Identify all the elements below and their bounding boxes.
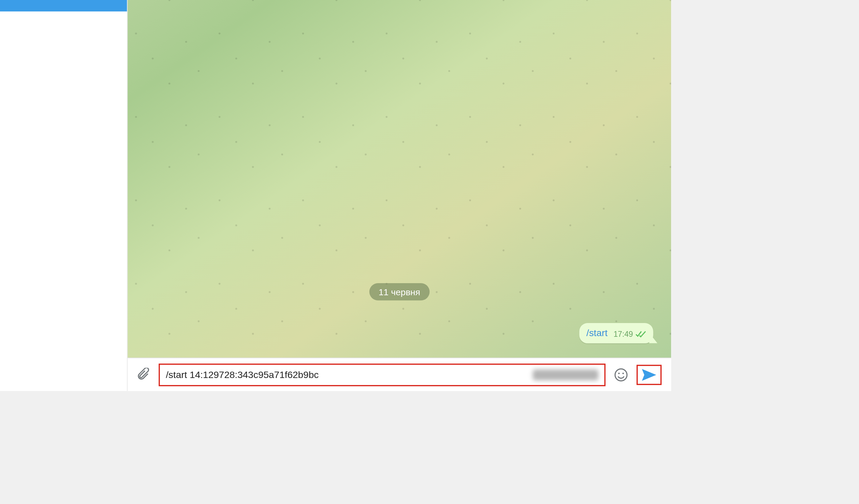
message-bubble-outgoing[interactable]: /start 17:49 — [579, 323, 653, 343]
search-result-item[interactable]: ··· ····· ·····@········· — [0, 220, 127, 262]
chat-panel: ApiX-Drive |Notifications| бот — [127, 0, 671, 391]
emoji-icon[interactable] — [614, 367, 628, 382]
message-time: 17:49 — [613, 330, 633, 339]
search-results-list: APIXDrive ApiX-Drive |Notifications| @ap… — [0, 0, 127, 391]
search-result-item[interactable]: ··· ····· ·····@········· — [0, 11, 127, 53]
svg-point-9 — [618, 372, 620, 374]
message-input[interactable] — [166, 369, 532, 380]
search-result-item[interactable]: ··· ····· ·····@········· — [0, 303, 127, 345]
redacted-text — [533, 369, 599, 380]
send-button[interactable] — [636, 365, 662, 385]
search-result-item[interactable]: ··· ····· ·····@········· — [0, 95, 127, 137]
message-input-highlight — [159, 363, 606, 386]
chat-messages-area[interactable]: 11 червня /start 17:49 — [127, 0, 671, 358]
svg-point-8 — [615, 368, 627, 381]
date-chip: 11 червня — [369, 283, 430, 301]
search-result-item[interactable]: ··· ····· ·····@········· — [0, 53, 127, 95]
search-result-item[interactable]: APIXDrive ApiX-Drive |Notifications| @ap… — [0, 0, 127, 11]
message-text: /start — [586, 328, 607, 338]
svg-point-10 — [622, 372, 624, 374]
chat-background-pattern — [127, 0, 671, 358]
search-result-item[interactable]: ··· ····· ·····@········· — [0, 178, 127, 220]
attach-icon[interactable] — [137, 367, 150, 382]
search-result-item[interactable]: ··· ····· ·····@········· — [0, 262, 127, 303]
search-result-item[interactable]: ··· ····· ·····@········· — [0, 345, 127, 387]
read-checks-icon — [635, 330, 646, 337]
search-result-item[interactable]: ··· ····· ·····@········· — [0, 137, 127, 178]
sidebar: ✕ Результати глобального пошуку APIXDriv… — [0, 0, 127, 391]
result-subtitle: @apix_drive_bot — [0, 0, 39, 2]
message-composer — [127, 358, 671, 391]
